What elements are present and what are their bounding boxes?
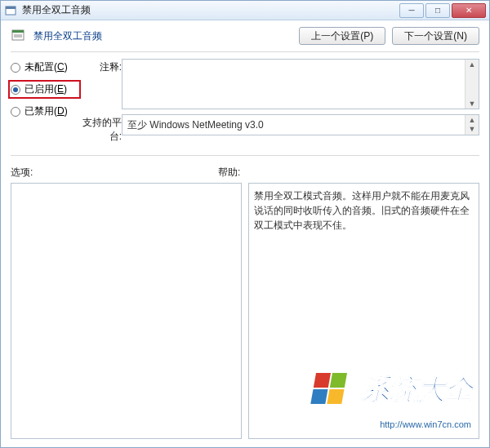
scrollbar[interactable]: ▲ ▼	[465, 60, 479, 109]
radio-icon	[11, 107, 20, 117]
svg-rect-3	[12, 30, 24, 33]
dialog-window: 禁用全双工音频 ─ □ ✕ 禁用全双工音频 上一个设置(P) 下一个设置(N) …	[0, 0, 490, 448]
comment-row: 注释: ▲ ▼	[76, 59, 479, 109]
divider	[11, 155, 479, 156]
scroll-down-icon: ▼	[466, 124, 479, 133]
minimize-button[interactable]: ─	[399, 3, 424, 18]
radio-not-configured[interactable]: 未配置(C)	[11, 60, 76, 74]
svg-rect-1	[6, 7, 16, 9]
radio-label: 已启用(E)	[24, 82, 67, 96]
scrollbar[interactable]: ▲ ▼	[465, 115, 479, 135]
setting-icon	[11, 28, 27, 44]
content-area: 禁用全双工音频 上一个设置(P) 下一个设置(N) 未配置(C) 已启用(E)	[1, 20, 489, 447]
column-labels: 选项: 帮助:	[11, 166, 479, 180]
options-label: 选项:	[11, 166, 218, 180]
close-button[interactable]: ✕	[452, 3, 486, 18]
setting-title: 禁用全双工音频	[33, 29, 299, 43]
platform-row: 支持的平台: 至少 Windows NetMeeting v3.0 ▲ ▼	[76, 114, 479, 144]
nav-buttons: 上一个设置(P) 下一个设置(N)	[299, 27, 479, 45]
titlebar: 禁用全双工音频 ─ □ ✕	[1, 1, 489, 20]
comment-textarea[interactable]: ▲ ▼	[122, 59, 479, 109]
scroll-up-icon: ▲	[466, 60, 479, 69]
radio-group: 未配置(C) 已启用(E) 已禁用(D)	[11, 59, 76, 149]
radio-icon	[11, 63, 20, 73]
prev-setting-button[interactable]: 上一个设置(P)	[299, 27, 385, 45]
comment-value	[122, 60, 465, 109]
platform-label: 支持的平台:	[76, 114, 122, 144]
platform-value: 至少 Windows NetMeeting v3.0	[122, 115, 465, 135]
scroll-up-icon: ▲	[466, 115, 479, 124]
config-area: 未配置(C) 已启用(E) 已禁用(D) 注释: ▲	[11, 59, 479, 149]
radio-label: 未配置(C)	[24, 60, 68, 74]
scroll-down-icon: ▼	[466, 99, 479, 109]
help-text: 禁用全双工模式音频。这样用户就不能在用麦克风说话的同时收听传入的音频。旧式的音频…	[254, 190, 470, 231]
platform-box: 至少 Windows NetMeeting v3.0 ▲ ▼	[122, 114, 479, 135]
radio-icon	[11, 85, 20, 95]
fields-column: 注释: ▲ ▼ 支持的平台: 至少 Windows NetMeeting v3.…	[76, 59, 479, 149]
window-title: 禁用全双工音频	[22, 3, 398, 17]
help-label: 帮助:	[218, 166, 240, 180]
panels-row: 禁用全双工模式音频。这样用户就不能在用麦克风说话的同时收听传入的音频。旧式的音频…	[11, 183, 479, 439]
radio-disabled[interactable]: 已禁用(D)	[11, 104, 76, 118]
options-panel	[11, 183, 242, 439]
radio-enabled[interactable]: 已启用(E)	[8, 80, 81, 99]
next-setting-button[interactable]: 下一个设置(N)	[392, 27, 479, 45]
maximize-button[interactable]: □	[425, 3, 450, 18]
header-row: 禁用全双工音频 上一个设置(P) 下一个设置(N)	[11, 27, 479, 45]
comment-label: 注释:	[76, 59, 122, 74]
app-icon	[4, 4, 17, 17]
radio-label: 已禁用(D)	[24, 104, 68, 118]
help-panel: 禁用全双工模式音频。这样用户就不能在用麦克风说话的同时收听传入的音频。旧式的音频…	[248, 183, 479, 439]
divider	[11, 51, 479, 52]
